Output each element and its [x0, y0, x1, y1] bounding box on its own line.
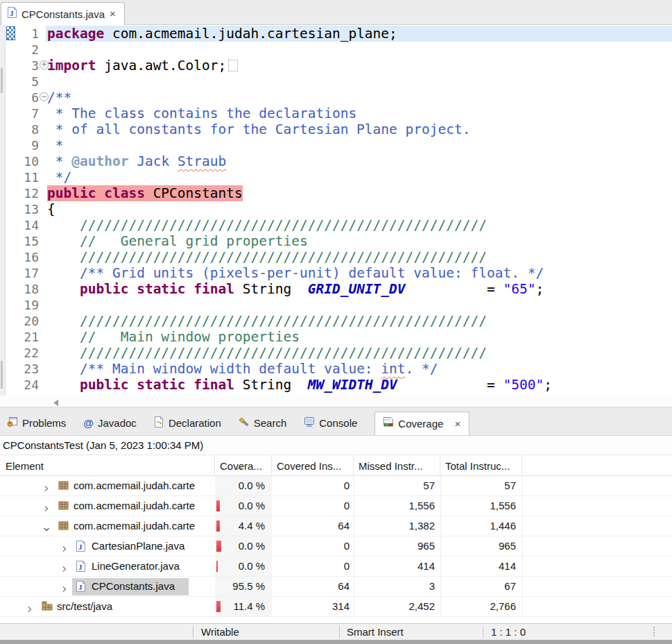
srcfolder-icon	[42, 601, 53, 613]
code-text: ////////////////////////////////////////…	[47, 313, 487, 329]
chevron-right-icon[interactable]	[61, 583, 67, 595]
code-line[interactable]: 21 // Main window properties	[0, 329, 672, 345]
code-line[interactable]: 6−/**	[0, 90, 672, 105]
code-line[interactable]: 2	[0, 42, 672, 58]
table-row[interactable]: JCartesianPlane.java0.0 %0965965	[0, 536, 672, 557]
code-line[interactable]: 19	[0, 297, 672, 313]
element-name[interactable]: com.acmemail.judah.carte	[74, 516, 215, 536]
coverage-percent: 4.4 %	[215, 516, 265, 536]
tab-search[interactable]: Search	[239, 416, 287, 430]
code-line[interactable]: 1package com.acmemail.judah.cartesian_pl…	[0, 26, 672, 42]
package-icon	[58, 480, 69, 493]
code-text: /**	[47, 90, 71, 105]
code-text: * The class contains the declarations	[47, 105, 356, 121]
status-writable: Writable	[201, 624, 239, 640]
table-row[interactable]: com.acmemail.judah.carte4.4 %641,3821,44…	[0, 516, 672, 536]
missed-instructions: 1,556	[354, 496, 435, 516]
uncovered-line-highlight: public class CPConstants	[47, 185, 243, 201]
code-line[interactable]: 9 *	[0, 137, 672, 153]
covered-instructions: 0	[272, 536, 350, 556]
table-row[interactable]: com.acmemail.judah.carte0.0 %01,5561,556	[0, 496, 672, 516]
missed-instructions: 2,452	[354, 597, 435, 616]
close-icon[interactable]: ×	[454, 419, 460, 429]
code-text: ////////////////////////////////////////…	[47, 217, 487, 233]
covered-instructions: 0	[272, 496, 350, 516]
tab-problems[interactable]: Problems	[7, 416, 66, 430]
line-number: 20	[15, 313, 39, 329]
chevron-right-icon[interactable]	[43, 502, 49, 515]
chevron-right-icon[interactable]	[43, 482, 49, 495]
code-line[interactable]: 22 /////////////////////////////////////…	[0, 345, 672, 361]
missed-instructions: 965	[354, 536, 435, 556]
coverage-percent: 0.0 %	[215, 557, 265, 576]
table-row[interactable]: JLineGenerator.java0.0 %0414414	[0, 557, 672, 577]
folded-code-indicator[interactable]	[228, 60, 238, 71]
table-row[interactable]: JCPConstants.java95.5 %64367	[0, 577, 672, 597]
editor-tab-cpconstants[interactable]: J CPConstants.java ×	[1, 2, 125, 25]
line-number: 21	[15, 329, 39, 345]
column-header-missed[interactable]: Missed Instr...	[354, 455, 440, 476]
column-header-total[interactable]: Total Instruc...	[440, 455, 522, 476]
editor-tab-title: CPConstants.java	[21, 8, 105, 20]
tab-javadoc[interactable]: @ Javadoc	[83, 417, 137, 429]
element-name[interactable]: CPConstants.java	[92, 577, 215, 596]
code-line[interactable]: 16 /////////////////////////////////////…	[0, 249, 672, 265]
tab-declaration[interactable]: Declaration	[154, 416, 221, 430]
code-line[interactable]: 24 public static final String MW_WIDTH_D…	[0, 377, 672, 393]
line-number: 16	[15, 249, 39, 265]
code-line[interactable]: 15 // General grid properties	[0, 233, 672, 249]
table-row[interactable]: src/test/java11.4 %3142,4522,766	[0, 597, 672, 617]
code-line[interactable]: 3+import java.awt.Color;	[0, 58, 672, 74]
total-instructions: 1,556	[440, 496, 516, 516]
code-line[interactable]: 5	[0, 74, 672, 90]
table-row[interactable]: com.acmemail.judah.carte0.0 %05757	[0, 476, 672, 496]
chevron-down-icon[interactable]	[43, 523, 50, 535]
covered-instructions: 64	[272, 577, 350, 596]
javafile-icon: J	[76, 561, 85, 575]
code-text: * of all constants for the Cartesian Pla…	[47, 121, 470, 137]
chevron-right-icon[interactable]	[26, 603, 33, 616]
code-text: *	[47, 137, 63, 153]
close-icon[interactable]: ×	[110, 9, 116, 19]
column-header-element[interactable]: Element	[0, 455, 215, 476]
element-name[interactable]: CartesianPlane.java	[92, 536, 215, 556]
code-line[interactable]: 20 /////////////////////////////////////…	[0, 313, 672, 329]
total-instructions: 67	[440, 577, 516, 596]
code-text: {	[47, 201, 55, 217]
code-line[interactable]: 7 * The class contains the declarations	[0, 105, 672, 121]
code-line[interactable]: 18 public static final String GRID_UNIT_…	[0, 281, 672, 297]
javadoc-icon: @	[83, 417, 94, 429]
line-number: 7	[15, 105, 39, 121]
chevron-right-icon[interactable]	[61, 543, 67, 555]
line-number: 2	[15, 42, 39, 58]
coverage-percent: 11.4 %	[215, 597, 265, 616]
line-number: 13	[15, 201, 39, 217]
coverage-percent: 0.0 %	[215, 536, 265, 556]
element-name[interactable]: com.acmemail.judah.carte	[74, 476, 215, 495]
element-name[interactable]: com.acmemail.judah.carte	[74, 496, 215, 516]
code-line[interactable]: 12public class CPConstants	[0, 185, 672, 201]
grip-dots-icon[interactable]	[653, 627, 655, 636]
horizontal-scrollbar[interactable]	[0, 396, 672, 407]
element-name[interactable]: LineGenerator.java	[92, 557, 215, 576]
line-number: 24	[15, 377, 39, 393]
code-text: ////////////////////////////////////////…	[47, 249, 487, 265]
coverage-rows: com.acmemail.judah.carte0.0 %05757com.ac…	[0, 476, 672, 617]
column-header-covered[interactable]: Covered Ins...	[272, 455, 354, 476]
code-line[interactable]: 17 /** Grid units (pixels-per-unit) defa…	[0, 265, 672, 281]
code-line[interactable]: 8 * of all constants for the Cartesian P…	[0, 121, 672, 137]
code-line[interactable]: 13{	[0, 201, 672, 217]
missed-instructions: 414	[354, 557, 435, 576]
code-text: import java.awt.Color;	[47, 58, 238, 74]
chevron-right-icon[interactable]	[61, 563, 67, 575]
svg-text:J: J	[78, 543, 83, 551]
code-line[interactable]: 14 /////////////////////////////////////…	[0, 217, 672, 233]
code-line[interactable]: 23 /** Main window width default value: …	[0, 361, 672, 377]
code-line[interactable]: 10 * @author Jack Straub	[0, 153, 672, 169]
tab-console[interactable]: Console	[304, 417, 357, 430]
tab-coverage[interactable]: Coverage ×	[374, 412, 469, 435]
code-editor[interactable]: 1package com.acmemail.judah.cartesian_pl…	[0, 25, 672, 396]
element-name[interactable]: src/test/java	[57, 597, 215, 616]
column-header-coverage[interactable]: Covera...	[215, 455, 272, 476]
code-line[interactable]: 11 */	[0, 169, 672, 185]
